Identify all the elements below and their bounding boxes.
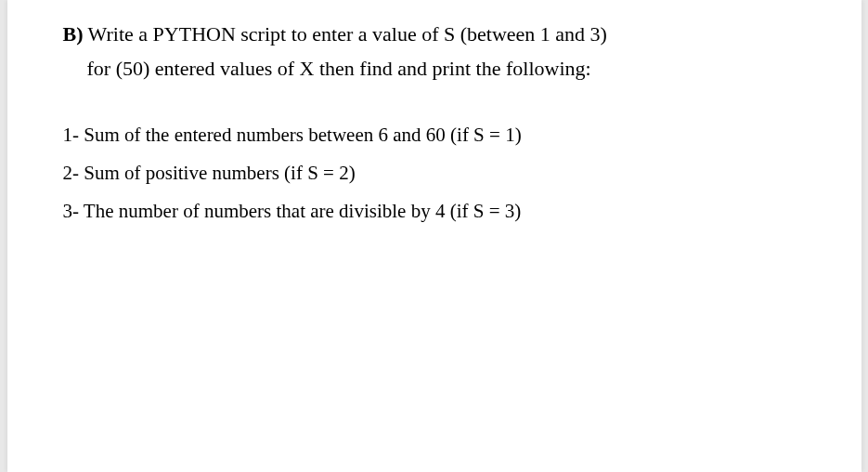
list-item: 1- Sum of the entered numbers between 6 …	[63, 116, 806, 154]
question-line1: Write a PYTHON script to enter a value o…	[84, 22, 607, 46]
list-item: 2- Sum of positive numbers (if S = 2)	[63, 154, 806, 192]
list-item: 3- The number of numbers that are divisi…	[63, 192, 806, 230]
question-items: 1- Sum of the entered numbers between 6 …	[63, 116, 806, 230]
question-label: B)	[63, 22, 84, 46]
document-page: B) Write a PYTHON script to enter a valu…	[7, 0, 862, 472]
question-line2: for (50) entered values of X then find a…	[63, 51, 806, 85]
question-header: B) Write a PYTHON script to enter a valu…	[63, 17, 806, 86]
